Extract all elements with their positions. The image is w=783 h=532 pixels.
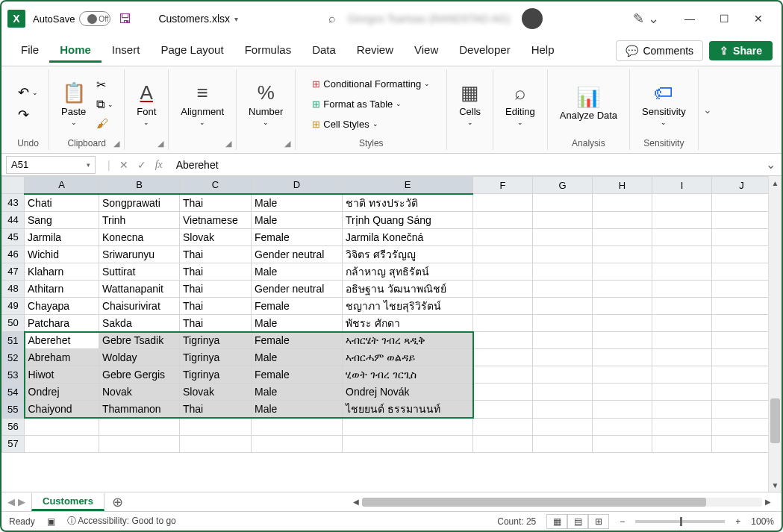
cell-A51[interactable]: Aberehet: [25, 332, 99, 349]
cell-C52[interactable]: Tigrinya: [180, 349, 252, 366]
cell-G43[interactable]: [533, 194, 593, 212]
cell-C55[interactable]: Thai: [180, 401, 252, 419]
cell-D55[interactable]: Male: [252, 401, 343, 419]
cell-C50[interactable]: Thai: [180, 314, 252, 332]
cell-J55[interactable]: [712, 401, 769, 419]
tab-page-layout[interactable]: Page Layout: [150, 39, 234, 63]
cell-A52[interactable]: Abreham: [25, 349, 99, 366]
col-header-D[interactable]: D: [252, 177, 343, 194]
cell-E55[interactable]: ไชยยนต์ ธรรมานนท์: [343, 401, 473, 419]
row-header-55[interactable]: 55: [2, 401, 25, 419]
cell-F49[interactable]: [473, 297, 533, 314]
cell-G48[interactable]: [533, 280, 593, 297]
cell-I45[interactable]: [652, 228, 712, 245]
cell-H44[interactable]: [593, 211, 652, 228]
hscroll-thumb[interactable]: [362, 498, 706, 507]
cell-B47[interactable]: Suttirat: [99, 263, 180, 280]
cell-G47[interactable]: [533, 263, 593, 280]
close-button[interactable]: ✕: [741, 5, 776, 32]
redo-button[interactable]: ↷: [15, 104, 41, 125]
cell-G45[interactable]: [533, 228, 593, 245]
undo-button[interactable]: ↶⌄: [15, 82, 41, 103]
cell-B52[interactable]: Wolday: [99, 349, 180, 366]
cell-D57[interactable]: [252, 435, 343, 452]
cell-B55[interactable]: Thammanon: [99, 401, 180, 419]
cell-J47[interactable]: [712, 263, 769, 280]
cell-E51[interactable]: ኣብርሄት ገብረ ጻዲቅ: [343, 332, 473, 349]
cell-E46[interactable]: วิจิตร ศรีวรัญญู: [343, 245, 473, 263]
sheet-nav[interactable]: ◀▶: [1, 496, 31, 507]
cell-D46[interactable]: Gender neutral: [252, 245, 343, 263]
row-header-43[interactable]: 43: [2, 194, 25, 212]
row-header-49[interactable]: 49: [2, 297, 25, 314]
cell-F45[interactable]: [473, 228, 533, 245]
sheet-tab-customers[interactable]: Customers: [31, 493, 104, 511]
col-header-I[interactable]: I: [652, 177, 712, 194]
row-header-57[interactable]: 57: [2, 435, 25, 452]
cell-A57[interactable]: [25, 435, 99, 452]
cell-B56[interactable]: [99, 418, 180, 435]
alignment-launcher[interactable]: ◢: [224, 139, 233, 148]
cell-F53[interactable]: [473, 366, 533, 384]
cell-G54[interactable]: [533, 384, 593, 401]
cell-I43[interactable]: [652, 194, 712, 212]
add-sheet-button[interactable]: ⊕: [104, 494, 131, 510]
cell-A54[interactable]: Ondrej: [25, 384, 99, 401]
col-header-A[interactable]: A: [25, 177, 99, 194]
cell-F47[interactable]: [473, 263, 533, 280]
paste-button[interactable]: 📋 Paste ⌄: [57, 78, 90, 129]
macro-record-icon[interactable]: ▣: [47, 516, 55, 527]
cell-J44[interactable]: [712, 211, 769, 228]
cell-D54[interactable]: Male: [252, 384, 343, 401]
row-header-48[interactable]: 48: [2, 280, 25, 297]
tab-review[interactable]: Review: [346, 39, 404, 63]
cell-A44[interactable]: Sang: [25, 211, 99, 228]
tab-developer[interactable]: Developer: [449, 39, 520, 63]
copy-button[interactable]: ⧉⌄: [93, 96, 116, 113]
comments-button[interactable]: 💬 Comments: [616, 40, 703, 61]
cell-A46[interactable]: Wichid: [25, 245, 99, 263]
cell-B51[interactable]: Gebre Tsadik: [99, 332, 180, 349]
cell-J50[interactable]: [712, 314, 769, 332]
hscroll-track[interactable]: [362, 498, 762, 507]
clipboard-launcher[interactable]: ◢: [112, 139, 121, 148]
row-header-46[interactable]: 46: [2, 245, 25, 263]
cell-D43[interactable]: Male: [252, 194, 343, 212]
cell-J45[interactable]: [712, 228, 769, 245]
cell-H51[interactable]: [593, 332, 652, 349]
cell-A43[interactable]: Chati: [25, 194, 99, 212]
autosave-toggle[interactable]: AutoSave Off: [33, 11, 110, 26]
search-icon[interactable]: ⌕: [328, 12, 336, 25]
row-header-56[interactable]: 56: [2, 418, 25, 435]
col-header-E[interactable]: E: [343, 177, 473, 194]
scroll-right-arrow[interactable]: ▶: [762, 498, 774, 506]
cell-J54[interactable]: [712, 384, 769, 401]
maximize-button[interactable]: ☐: [707, 5, 741, 32]
col-header-H[interactable]: H: [593, 177, 652, 194]
cell-A47[interactable]: Klaharn: [25, 263, 99, 280]
cell-F55[interactable]: [473, 401, 533, 419]
formula-input[interactable]: Aberehet: [170, 159, 760, 171]
cell-F50[interactable]: [473, 314, 533, 332]
cell-C53[interactable]: Tigrinya: [180, 366, 252, 384]
cell-H43[interactable]: [593, 194, 652, 212]
tab-help[interactable]: Help: [521, 39, 565, 63]
editing-button[interactable]: ⌕ Editing ⌄: [501, 78, 540, 129]
cell-B49[interactable]: Chaisurivirat: [99, 297, 180, 314]
cell-G57[interactable]: [533, 435, 593, 452]
cell-G53[interactable]: [533, 366, 593, 384]
analyze-data-button[interactable]: 📊 Analyze Data: [555, 83, 622, 124]
cell-G44[interactable]: [533, 211, 593, 228]
cell-H54[interactable]: [593, 384, 652, 401]
cell-G55[interactable]: [533, 401, 593, 419]
accessibility-status[interactable]: ⓘ Accessibility: Good to go: [67, 515, 176, 528]
cell-J52[interactable]: [712, 349, 769, 366]
select-all-corner[interactable]: [2, 177, 25, 194]
cell-F46[interactable]: [473, 245, 533, 263]
cell-F54[interactable]: [473, 384, 533, 401]
view-normal-button[interactable]: ▦: [546, 514, 567, 529]
cell-G52[interactable]: [533, 349, 593, 366]
cell-A48[interactable]: Athitarn: [25, 280, 99, 297]
grid-table[interactable]: ABCDEFGHIJ43ChatiSongprawatiThaiMaleชาติ…: [1, 176, 768, 453]
cell-I52[interactable]: [652, 349, 712, 366]
